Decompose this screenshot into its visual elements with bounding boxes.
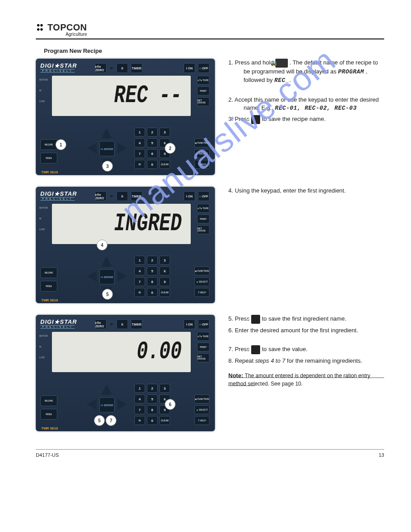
- dpad-up[interactable]: [101, 129, 112, 138]
- on-button[interactable]: I ON: [184, 319, 195, 329]
- off-button[interactable]: ○ OFF: [198, 63, 210, 73]
- step-circle-2: 2: [165, 143, 176, 154]
- on-button[interactable]: I ON: [184, 191, 195, 201]
- lcd-text-2: INGRED: [114, 210, 182, 238]
- logo: TOPCON Agriculture: [36, 22, 87, 37]
- dpad-left[interactable]: [87, 143, 97, 154]
- step-circle-6: 6: [165, 399, 176, 410]
- select-button[interactable]: ▲ SELECT: [194, 149, 210, 158]
- tare-button[interactable]: ▸T◂ TARE: [197, 76, 210, 85]
- enter-button[interactable]: ↪ ENTER: [99, 141, 115, 156]
- step-4-text: 4. Using the keypad, enter the first ing…: [228, 187, 384, 195]
- lcd-text-1: REC --: [114, 82, 182, 110]
- zero-button[interactable]: ▸0◂ ZERO: [95, 63, 107, 73]
- indicator-dot: [109, 194, 114, 198]
- enter-icon: ↪: [251, 315, 260, 324]
- function-button[interactable]: ◀ FUNCTION: [194, 266, 210, 275]
- pause-button[interactable]: II: [116, 319, 128, 329]
- key-7[interactable]: 7: [134, 149, 145, 158]
- dpad-left[interactable]: [87, 271, 97, 282]
- footer-right: 13: [379, 452, 384, 458]
- dpad-left[interactable]: [87, 399, 97, 410]
- step-2-text: 2. Accept this name or use the keypad to…: [228, 96, 384, 112]
- print-button[interactable]: PRINT: [197, 215, 210, 223]
- dpad-right[interactable]: [117, 399, 127, 410]
- key-8[interactable]: 8: [147, 149, 158, 158]
- enter-icon: ↪: [251, 345, 260, 354]
- pause-button[interactable]: II: [116, 191, 128, 201]
- key-5[interactable]: 5: [147, 138, 158, 147]
- print-button[interactable]: PRINT: [197, 343, 210, 352]
- step-circle-4: 4: [97, 240, 107, 250]
- logo-text: TOPCON: [47, 22, 87, 33]
- tare-button[interactable]: ▸T◂ TARE: [197, 332, 210, 341]
- dpad-right[interactable]: [117, 143, 127, 154]
- step-circle-5: 5: [102, 289, 113, 300]
- lcd-display-1: REC --: [52, 76, 191, 116]
- key-2[interactable]: 2: [147, 128, 158, 137]
- page-header: TOPCON Agriculture: [36, 22, 384, 39]
- step-3-text: 3. Press ↪ to save the recipe name.: [228, 115, 384, 124]
- enter-button[interactable]: ↪ ENTER: [99, 269, 115, 284]
- help-button[interactable]: ? HELP: [194, 160, 210, 169]
- timer-button[interactable]: TIMER: [131, 319, 142, 329]
- logo-subtitle: Agriculture: [65, 32, 87, 37]
- dpad-up[interactable]: [101, 257, 112, 266]
- key-id[interactable]: ID: [134, 160, 145, 169]
- recipes-icon: 🚜: [275, 59, 288, 68]
- help-button[interactable]: ? HELP: [194, 416, 210, 425]
- tare-button[interactable]: ▸T◂ TARE: [197, 204, 210, 213]
- enter-icon: ↪: [251, 115, 260, 124]
- device-panel-2: DIGI★STAR PRECISELY ▸0◂ ZERO II TIMER I …: [36, 187, 215, 303]
- device-panel-3: DIGI★STAR PRECISELY ▸0◂ ZERO II TIMER I …: [36, 315, 215, 431]
- recipe-button[interactable]: RECIPE: [40, 267, 57, 278]
- key-3[interactable]: 3: [159, 128, 170, 137]
- on-button[interactable]: I ON: [184, 63, 195, 73]
- pens-button[interactable]: PENS: [40, 409, 57, 420]
- recipe-button[interactable]: RECIPE: [40, 139, 57, 150]
- select-button[interactable]: ▲ SELECT: [194, 277, 210, 286]
- key-0[interactable]: 0: [147, 160, 158, 169]
- netgross-button[interactable]: NET GROSS: [197, 353, 210, 362]
- netgross-button[interactable]: NET GROSS: [197, 225, 210, 234]
- dpad-up[interactable]: [101, 385, 112, 395]
- lcd-display-3: 0.00: [52, 332, 191, 372]
- step-1-text: 1. Press and hold 🚜 . The default name o…: [228, 59, 384, 85]
- off-button[interactable]: ○ OFF: [198, 191, 210, 201]
- pens-button[interactable]: PENS: [40, 281, 57, 292]
- keypad: 1 2 3 4 5 6 7 8 9 ID 0 CLEAR: [134, 256, 170, 297]
- zero-button[interactable]: ▸0◂ ZERO: [95, 191, 107, 201]
- function-button[interactable]: ◀ FUNCTION: [194, 395, 210, 403]
- step-circle-3: 3: [102, 161, 113, 172]
- off-button[interactable]: ○ OFF: [198, 319, 210, 329]
- recipe-button[interactable]: RECIPE: [40, 395, 57, 406]
- step-8-text: 8. Repeat steps 4 to 7 for the remaining…: [228, 357, 384, 365]
- enter-button[interactable]: ↪ ENTER: [99, 397, 115, 412]
- timer-button[interactable]: TIMER: [131, 191, 142, 201]
- device-model: TMR 3610: [41, 170, 58, 174]
- pause-button[interactable]: II: [116, 63, 128, 73]
- dpad-right[interactable]: [117, 271, 127, 282]
- print-button[interactable]: PRINT: [197, 86, 210, 95]
- note-block: Note: The amount entered is dependent on…: [228, 370, 384, 386]
- key-clear[interactable]: CLEAR: [159, 160, 170, 169]
- help-button[interactable]: ? HELP: [194, 288, 210, 297]
- select-button[interactable]: ▲ SELECT: [194, 405, 210, 414]
- step-circle-7b: 7: [106, 415, 116, 426]
- step-6-text: 6. Enter the desired amount for the firs…: [228, 326, 384, 335]
- pens-button[interactable]: PENS: [40, 153, 57, 163]
- indicator-dot: [109, 322, 114, 326]
- device-brand: DIGI★STAR: [40, 62, 77, 69]
- netgross-button[interactable]: NET GROSS: [197, 97, 210, 106]
- key-4[interactable]: 4: [134, 138, 145, 147]
- step-7-text: 7. Press ↪ to save the value.: [228, 345, 384, 354]
- function-button[interactable]: ◀ FUNCTION: [194, 138, 210, 147]
- step-5-text: 5. Press ↪ to save the first ingredient …: [228, 315, 384, 324]
- section-title: Program New Recipe: [44, 47, 384, 54]
- key-1[interactable]: 1: [134, 128, 145, 137]
- device-panel-1: DIGI★STAR PRECISELY ▸0◂ ZERO II TIMER I …: [36, 59, 215, 175]
- zero-button[interactable]: ▸0◂ ZERO: [95, 319, 107, 329]
- page-footer: D4177-US 13: [36, 449, 384, 458]
- footer-left: D4177-US: [36, 452, 59, 458]
- timer-button[interactable]: TIMER: [131, 63, 142, 73]
